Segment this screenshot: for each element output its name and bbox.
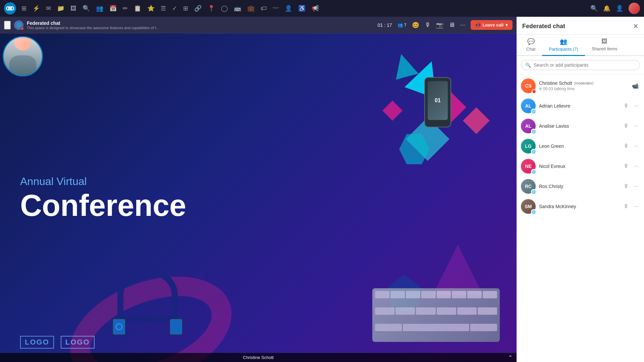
nav-bus-icon[interactable]: 🚌: [234, 5, 241, 12]
participant-more-button[interactable]: ···: [633, 202, 640, 211]
leave-call-button[interactable]: 📵 Leave call ▾: [471, 20, 513, 30]
slide-subtitle: Annual Virtual: [20, 175, 186, 188]
participant-actions: 🎙 ···: [622, 182, 640, 191]
participant-mute-button[interactable]: 🎙: [622, 182, 630, 191]
nav-mail-icon[interactable]: ✉: [46, 5, 51, 12]
logo-1: LOGO: [20, 336, 54, 349]
status-indicator: [539, 87, 542, 90]
participant-federated-icon: 🌐: [531, 189, 536, 194]
collapse-speaker-button[interactable]: ⌃: [508, 354, 513, 361]
participant-more-button[interactable]: ···: [633, 142, 640, 150]
nav-contacts-icon[interactable]: 👥: [96, 5, 103, 12]
nav-circle-icon[interactable]: ◯: [221, 5, 228, 12]
tab-shared-items[interactable]: 🖼 Shared items: [585, 35, 624, 56]
search-icon: 🔍: [525, 62, 531, 68]
call-timer: 01 : 17: [378, 22, 392, 28]
participant-item[interactable]: RC 🌐 Ros Christy 🎙 ···: [517, 176, 644, 196]
keyboard-mockup: [372, 288, 500, 342]
video-button[interactable]: 📷: [436, 21, 443, 29]
more-options-button[interactable]: ···: [460, 21, 465, 28]
main-area: ☰ 🌐 Federated chat This space is designe…: [0, 17, 644, 362]
nav-photos-icon[interactable]: 🖼: [70, 5, 76, 12]
nav-briefcase-icon[interactable]: 💼: [247, 5, 255, 12]
participant-more-button[interactable]: ···: [633, 102, 640, 110]
video-area: ☰ 🌐 Federated chat This space is designe…: [0, 17, 517, 362]
notifications-icon[interactable]: 🔔: [603, 5, 610, 12]
participant-item[interactable]: SM 🌐 Sandra McKinney 🎙 ···: [517, 196, 644, 217]
participant-actions: 🎙 ···: [622, 162, 640, 171]
search-participants-input[interactable]: [534, 62, 636, 68]
tab-chat[interactable]: 💬 Chat: [520, 35, 542, 56]
presentation-slide: 01: [0, 34, 517, 362]
nav-maps-icon[interactable]: 📍: [208, 5, 215, 12]
app-logo[interactable]: [4, 2, 16, 14]
participant-actions: 🎙 ···: [622, 102, 640, 110]
user-avatar[interactable]: [629, 3, 640, 14]
nav-announce-icon[interactable]: 📢: [312, 5, 319, 12]
leave-icon: 📵: [475, 22, 481, 27]
participant-more-button[interactable]: ···: [633, 182, 640, 191]
participant-item[interactable]: CS Christine Schott (moderator) 00:03 ta…: [517, 76, 644, 96]
participant-federated-icon: 🌐: [531, 149, 536, 154]
nav-accessibility-icon[interactable]: ♿: [298, 5, 306, 12]
participant-item[interactable]: LG 🌐 Leon Green 🎙 ···: [517, 136, 644, 156]
nav-link-icon[interactable]: 🔗: [194, 5, 202, 12]
participant-item[interactable]: NE 🌐 Nicol Evreux 🎙 ···: [517, 156, 644, 176]
participant-mute-button[interactable]: 🎙: [622, 202, 630, 211]
sidebar-tabs: 💬 Chat 👥 Participants (7) 🖼 Shared items: [517, 35, 644, 56]
nav-bookmarks-icon[interactable]: ⭐: [147, 5, 155, 12]
global-search-icon[interactable]: 🔍: [590, 5, 598, 12]
contacts-icon[interactable]: 👤: [616, 5, 623, 12]
nav-deck-icon[interactable]: 📋: [134, 5, 141, 12]
call-room-description: This space is designed to showcase the a…: [27, 26, 161, 30]
nav-check-icon[interactable]: ✓: [172, 5, 177, 12]
sidebar-menu-button[interactable]: ☰: [4, 21, 11, 29]
participant-avatar-wrap: SM 🌐: [521, 199, 536, 214]
participant-video-button[interactable]: 📹: [631, 81, 640, 90]
call-title-area: Federated chat This space is designed to…: [27, 20, 161, 30]
nav-person-icon[interactable]: 👤: [285, 5, 292, 12]
participant-info: Nicol Evreux: [539, 164, 619, 169]
call-room-name: Federated chat: [27, 20, 161, 26]
nav-activity-icon[interactable]: ⚡: [33, 5, 40, 12]
participant-actions: 🎙 ···: [622, 142, 640, 150]
emoji-button[interactable]: 😊: [412, 21, 419, 29]
screen-share-button[interactable]: 🖥: [449, 21, 455, 28]
participant-actions: 🎙 ···: [622, 202, 640, 211]
speaker-video: [4, 37, 42, 75]
logo-2: LOGO: [61, 336, 95, 349]
participants-tab-label: Participants (7): [549, 47, 578, 52]
geo-shape-2: [390, 51, 419, 80]
sidebar-close-button[interactable]: ✕: [633, 22, 639, 30]
phone-screen: 01: [428, 81, 448, 120]
nav-table-icon[interactable]: ⊞: [183, 5, 188, 12]
participant-more-button[interactable]: ···: [633, 122, 640, 130]
nav-tasks-icon[interactable]: ☰: [161, 5, 166, 12]
geo-diamond: [382, 101, 402, 121]
nav-grid-icon[interactable]: ⊞: [21, 5, 26, 12]
participant-more-button[interactable]: ···: [633, 162, 640, 171]
participant-federated-icon: 🌐: [531, 109, 536, 114]
participant-mute-button[interactable]: 🎙: [622, 162, 630, 171]
participant-info: Leon Green: [539, 143, 619, 149]
participant-item[interactable]: AL 🌐 Adrian Lelievre 🎙 ···: [517, 96, 644, 116]
participant-name: Sandra McKinney: [539, 204, 619, 209]
tab-participants[interactable]: 👥 Participants (7): [542, 35, 585, 56]
participant-mute-button[interactable]: 🎙: [622, 102, 630, 110]
mute-button[interactable]: 🎙: [425, 21, 431, 28]
nav-notes-icon[interactable]: ✏: [123, 5, 128, 12]
participant-name: Ros Christy: [539, 184, 619, 189]
nav-wave-icon[interactable]: 〰: [273, 5, 279, 12]
participant-mute-button[interactable]: 🎙: [622, 122, 630, 130]
participant-info: Ros Christy: [539, 184, 619, 189]
participant-mute-button[interactable]: 🎙: [622, 142, 630, 150]
speaker-name: Christine Schott: [243, 355, 274, 360]
nav-files-icon[interactable]: 📁: [57, 5, 64, 12]
participant-actions: 🎙 ···: [622, 122, 640, 130]
participant-federated-icon: 🌐: [531, 169, 536, 174]
nav-calendar-icon[interactable]: 📅: [109, 5, 117, 12]
chat-tab-label: Chat: [526, 47, 535, 52]
nav-search-icon[interactable]: 🔍: [83, 5, 90, 12]
nav-tag-icon[interactable]: 🏷: [261, 5, 267, 12]
participant-item[interactable]: AL 🌐 Analise Laviss 🎙 ···: [517, 116, 644, 136]
